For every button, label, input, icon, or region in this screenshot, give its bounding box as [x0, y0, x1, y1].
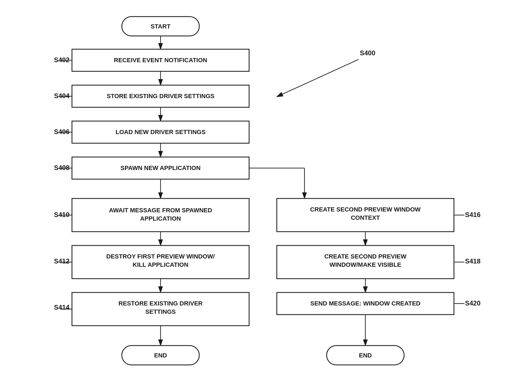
s410-text-line1: AWAIT MESSAGE FROM SPAWNED	[109, 207, 212, 214]
s416-label: S416	[465, 211, 481, 218]
s402-label: S402	[54, 56, 69, 64]
s408-label: S408	[54, 164, 69, 171]
s412-label: S412	[54, 257, 69, 265]
svg-line-24	[277, 59, 358, 97]
s404-label: S404	[54, 92, 70, 100]
s416-text-line1: CREATE SECOND PREVIEW WINDOW	[310, 206, 421, 213]
s410-label: S410	[54, 211, 69, 218]
s408-text: SPAWN NEW APPLICATION	[120, 164, 200, 171]
s420-label: S420	[465, 299, 481, 307]
s418-text-line2: WINDOW/MAKE VISIBLE	[329, 261, 401, 268]
s406-label: S406	[54, 128, 69, 135]
start-label: START	[151, 23, 171, 30]
s400-label: S400	[360, 49, 375, 57]
s418-text-line1: CREATE SECOND PREVIEW	[324, 253, 407, 260]
s414-text-line1: RESTORE EXISTING DRIVER	[118, 300, 203, 307]
end-right-label: END	[359, 352, 372, 359]
s406-text: LOAD NEW DRIVER SETTINGS	[115, 129, 205, 135]
s410-text-line2: APPLICATION	[140, 215, 181, 222]
s412-text-line2: KILL APPLICATION	[133, 261, 188, 268]
end-left-label: END	[154, 352, 167, 359]
s416-text-line2: CONTEXT	[351, 214, 380, 221]
s404-text: STORE EXISTING DRIVER SETTINGS	[107, 93, 215, 100]
s412-text-line1: DESTROY FIRST PREVIEW WINDOW/	[106, 253, 215, 260]
s420-text: SEND MESSAGE: WINDOW CREATED	[310, 300, 420, 307]
s414-text-line2: SETTINGS	[145, 308, 176, 315]
s418-label: S418	[465, 257, 481, 265]
s402-text: RECEIVE EVENT NOTIFICATION	[114, 57, 207, 64]
flowchart-diagram: START RECEIVE EVENT NOTIFICATION S402 ST…	[0, 0, 532, 392]
s414-label: S414	[54, 304, 70, 311]
